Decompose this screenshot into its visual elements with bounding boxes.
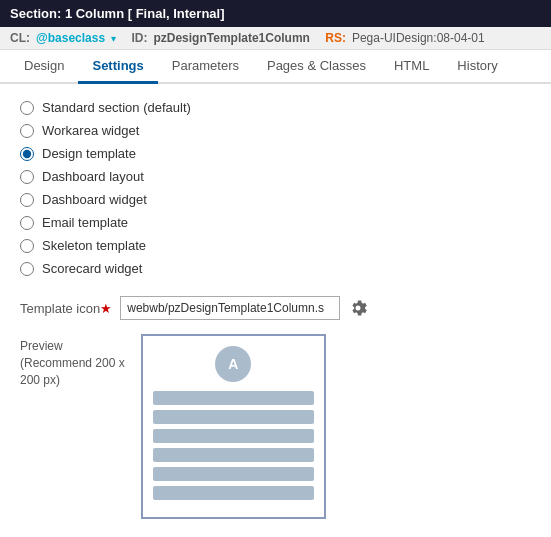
radio-item-workarea[interactable]: Workarea widget xyxy=(20,123,531,138)
preview-bar-5 xyxy=(153,467,314,481)
tab-history[interactable]: History xyxy=(443,50,511,84)
radio-standard[interactable] xyxy=(20,101,34,115)
radio-item-design-template[interactable]: Design template xyxy=(20,146,531,161)
tab-parameters[interactable]: Parameters xyxy=(158,50,253,84)
radio-item-dashboard-widget[interactable]: Dashboard widget xyxy=(20,192,531,207)
radio-label-dashboard-widget[interactable]: Dashboard widget xyxy=(42,192,147,207)
radio-label-workarea[interactable]: Workarea widget xyxy=(42,123,139,138)
radio-dashboard-layout[interactable] xyxy=(20,170,34,184)
cl-label: CL: xyxy=(10,31,30,45)
rs-value: Pega-UIDesign:08-04-01 xyxy=(352,31,485,45)
template-icon-row: Template icon★ xyxy=(20,296,531,320)
radio-item-dashboard-layout[interactable]: Dashboard layout xyxy=(20,169,531,184)
tab-html[interactable]: HTML xyxy=(380,50,443,84)
breadcrumb-bar: CL: @baseclass ▾ ID: pzDesignTemplate1Co… xyxy=(0,27,551,50)
rs-label: RS: xyxy=(325,31,346,45)
tab-bar: Design Settings Parameters Pages & Class… xyxy=(0,50,551,84)
radio-scorecard-widget[interactable] xyxy=(20,262,34,276)
radio-label-dashboard-layout[interactable]: Dashboard layout xyxy=(42,169,144,184)
preview-bar-2 xyxy=(153,410,314,424)
radio-label-design-template[interactable]: Design template xyxy=(42,146,136,161)
preview-circle-a: A xyxy=(215,346,251,382)
main-content: Standard section (default) Workarea widg… xyxy=(0,84,551,535)
radio-label-standard[interactable]: Standard section (default) xyxy=(42,100,191,115)
template-icon-label: Template icon★ xyxy=(20,301,112,316)
tab-pages-classes[interactable]: Pages & Classes xyxy=(253,50,380,84)
required-star: ★ xyxy=(100,301,112,316)
preview-bar-3 xyxy=(153,429,314,443)
radio-design-template[interactable] xyxy=(20,147,34,161)
section-type-radio-group: Standard section (default) Workarea widg… xyxy=(20,100,531,276)
radio-dashboard-widget[interactable] xyxy=(20,193,34,207)
radio-item-standard[interactable]: Standard section (default) xyxy=(20,100,531,115)
page-header: Section: 1 Column [ Final, Internal] xyxy=(0,0,551,27)
tab-design[interactable]: Design xyxy=(10,50,78,84)
preview-bar-6 xyxy=(153,486,314,500)
tab-settings[interactable]: Settings xyxy=(78,50,157,84)
radio-item-email-template[interactable]: Email template xyxy=(20,215,531,230)
separator2 xyxy=(316,31,319,45)
separator1 xyxy=(122,31,125,45)
preview-label: Preview(Recommend 200 x200 px) xyxy=(20,334,125,388)
cl-value[interactable]: @baseclass xyxy=(36,31,105,45)
radio-item-scorecard-widget[interactable]: Scorecard widget xyxy=(20,261,531,276)
radio-email-template[interactable] xyxy=(20,216,34,230)
preview-section: Preview(Recommend 200 x200 px) A xyxy=(20,334,531,519)
radio-label-scorecard-widget[interactable]: Scorecard widget xyxy=(42,261,142,276)
radio-label-email-template[interactable]: Email template xyxy=(42,215,128,230)
radio-item-skeleton-template[interactable]: Skeleton template xyxy=(20,238,531,253)
id-value: pzDesignTemplate1Column xyxy=(153,31,309,45)
header-title: Section: 1 Column [ Final, Internal] xyxy=(10,6,225,21)
gear-icon[interactable] xyxy=(348,298,368,318)
cl-dropdown-icon[interactable]: ▾ xyxy=(111,33,116,44)
radio-label-skeleton-template[interactable]: Skeleton template xyxy=(42,238,146,253)
radio-skeleton-template[interactable] xyxy=(20,239,34,253)
radio-workarea[interactable] xyxy=(20,124,34,138)
id-label: ID: xyxy=(131,31,147,45)
preview-image: A xyxy=(141,334,326,519)
template-icon-input[interactable] xyxy=(120,296,340,320)
preview-bar-4 xyxy=(153,448,314,462)
preview-bar-1 xyxy=(153,391,314,405)
